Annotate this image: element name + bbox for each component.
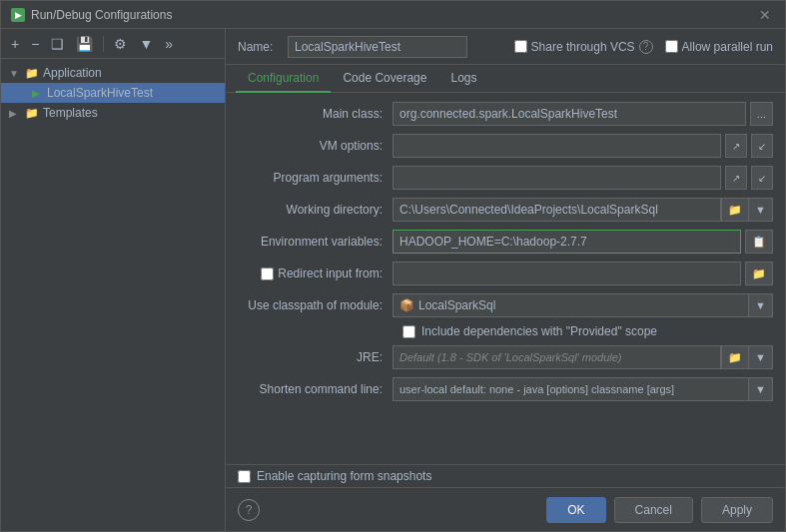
save-button[interactable]: 💾	[72, 34, 97, 54]
classpath-label: Use classpath of module:	[238, 298, 393, 312]
redirect-input[interactable]	[393, 262, 741, 285]
working-dir-label: Working directory:	[238, 203, 393, 217]
dialog-title: Run/Debug Configurations	[31, 8, 172, 22]
add-button[interactable]: +	[7, 34, 23, 54]
left-panel: + − ❑ 💾 ⚙ ▼ » ▼ 📁 Application ▶	[1, 29, 226, 531]
right-panel: Name: Share through VCS ? Allow parallel…	[226, 29, 785, 531]
vm-options-input[interactable]	[393, 134, 721, 158]
program-args-input[interactable]	[393, 166, 721, 190]
main-content: + − ❑ 💾 ⚙ ▼ » ▼ 📁 Application ▶	[1, 29, 785, 531]
main-class-input[interactable]	[393, 102, 746, 126]
title-bar: ▶ Run/Debug Configurations ✕	[1, 1, 785, 29]
settings-button[interactable]: ⚙	[110, 34, 131, 54]
share-vcs-checkbox[interactable]	[514, 40, 527, 53]
tab-logs[interactable]: Logs	[438, 65, 488, 93]
name-label: Name:	[238, 40, 278, 54]
env-vars-browse-button[interactable]: 📋	[745, 230, 773, 254]
redirect-input-group: 📁	[393, 262, 773, 285]
left-toolbar: + − ❑ 💾 ⚙ ▼ »	[1, 29, 225, 59]
tab-code-coverage[interactable]: Code Coverage	[331, 65, 438, 93]
include-deps-checkbox[interactable]	[402, 325, 415, 338]
bottom-checkbox-row: Enable capturing form snapshots	[226, 464, 785, 487]
program-args-label: Program arguments:	[238, 171, 393, 185]
capture-snapshots-checkbox[interactable]	[238, 470, 251, 483]
working-dir-row: Working directory: 📁 ▼	[238, 197, 773, 223]
remove-button[interactable]: −	[27, 34, 43, 54]
application-label: Application	[43, 66, 102, 80]
vm-options-input-group: ↗ ↙	[393, 134, 773, 158]
header-options: Share through VCS ? Allow parallel run	[514, 40, 773, 54]
args-expand2-button[interactable]: ↙	[751, 166, 773, 190]
tree-arrow-templates: ▶	[9, 108, 21, 119]
redirect-label: Redirect input from:	[278, 266, 383, 280]
tree-item-localsparkhivetest[interactable]: ▶ LocalSparkHiveTest	[1, 83, 225, 103]
apply-button[interactable]: Apply	[701, 497, 773, 523]
vm-expand-button[interactable]: ↗	[725, 134, 747, 158]
run-config-icon: ▶	[29, 86, 43, 100]
title-bar-left: ▶ Run/Debug Configurations	[11, 8, 172, 22]
jre-dropdown-button[interactable]: ▼	[749, 345, 773, 369]
classpath-value: 📦 LocalSparkSql	[393, 293, 749, 317]
allow-parallel-checkbox[interactable]	[665, 40, 678, 53]
close-button[interactable]: ✕	[755, 7, 775, 23]
cancel-button[interactable]: Cancel	[614, 497, 693, 523]
help-button[interactable]: ?	[238, 499, 260, 521]
tabs-bar: Configuration Code Coverage Logs	[226, 65, 785, 93]
vm-options-label: VM options:	[238, 139, 393, 153]
classpath-text: LocalSparkSql	[418, 298, 495, 312]
main-class-input-group: ...	[393, 102, 773, 126]
shorten-cmd-dropdown-button[interactable]: ▼	[749, 377, 773, 401]
templates-label: Templates	[43, 106, 98, 120]
vm-options-row: VM options: ↗ ↙	[238, 133, 773, 159]
shorten-cmd-text: user-local default: none - java [options…	[399, 383, 674, 395]
localsparkhivetest-label: LocalSparkHiveTest	[47, 86, 153, 100]
tree-item-templates[interactable]: ▶ 📁 Templates	[1, 103, 225, 123]
expand-button[interactable]: ▼	[135, 34, 157, 54]
jre-select: Default (1.8 - SDK of 'LocalSparkSql' mo…	[393, 345, 773, 369]
env-vars-input-group: 📋	[393, 230, 773, 254]
shorten-cmd-select: user-local default: none - java [options…	[393, 377, 773, 401]
form-area: Main class: ... VM options: ↗ ↙	[226, 93, 785, 464]
program-args-input-group: ↗ ↙	[393, 166, 773, 190]
footer: ? OK Cancel Apply	[226, 487, 785, 531]
footer-left: ?	[238, 499, 260, 521]
vm-expand2-button[interactable]: ↙	[751, 134, 773, 158]
jre-browse-button[interactable]: 📁	[721, 345, 749, 369]
application-folder-icon: 📁	[25, 66, 39, 80]
jre-label: JRE:	[238, 350, 393, 364]
share-vcs-row: Share through VCS ?	[514, 40, 653, 54]
working-dir-dropdown-button[interactable]: ▼	[749, 198, 773, 222]
main-class-label: Main class:	[238, 107, 393, 121]
program-args-row: Program arguments: ↗ ↙	[238, 165, 773, 191]
env-vars-input[interactable]	[393, 230, 741, 254]
main-class-browse-button[interactable]: ...	[750, 102, 773, 126]
copy-button[interactable]: ❑	[47, 34, 68, 54]
classpath-dropdown-button[interactable]: ▼	[749, 293, 773, 317]
main-class-row: Main class: ...	[238, 101, 773, 127]
run-debug-dialog: ▶ Run/Debug Configurations ✕ + − ❑ 💾 ⚙ ▼…	[0, 0, 786, 532]
include-deps-label: Include dependencies with "Provided" sco…	[421, 324, 657, 338]
classpath-select: 📦 LocalSparkSql ▼	[393, 293, 773, 317]
working-dir-input[interactable]	[393, 198, 721, 222]
tree-container: ▼ 📁 Application ▶ LocalSparkHiveTest ▶ 📁…	[1, 59, 225, 531]
tree-item-application[interactable]: ▼ 📁 Application	[1, 63, 225, 83]
allow-parallel-row: Allow parallel run	[665, 40, 773, 54]
shorten-cmd-value: user-local default: none - java [options…	[393, 377, 749, 401]
more-button[interactable]: »	[161, 34, 177, 54]
shorten-cmd-label: Shorten command line:	[238, 382, 393, 396]
working-dir-browse-button[interactable]: 📁	[721, 198, 749, 222]
footer-right: OK Cancel Apply	[546, 497, 773, 523]
toolbar-separator	[103, 36, 104, 52]
args-expand-button[interactable]: ↗	[725, 166, 747, 190]
name-input[interactable]	[288, 36, 467, 58]
templates-folder-icon: 📁	[25, 106, 39, 120]
ok-button[interactable]: OK	[546, 497, 605, 523]
share-vcs-label: Share through VCS	[531, 40, 635, 54]
redirect-browse-button[interactable]: 📁	[745, 262, 773, 285]
capture-snapshots-label: Enable capturing form snapshots	[257, 469, 431, 483]
share-help-icon[interactable]: ?	[639, 40, 653, 54]
redirect-checkbox[interactable]	[261, 267, 274, 280]
classpath-row: Use classpath of module: 📦 LocalSparkSql…	[238, 292, 773, 318]
module-icon: 📦	[399, 298, 414, 312]
tab-configuration[interactable]: Configuration	[236, 65, 331, 93]
